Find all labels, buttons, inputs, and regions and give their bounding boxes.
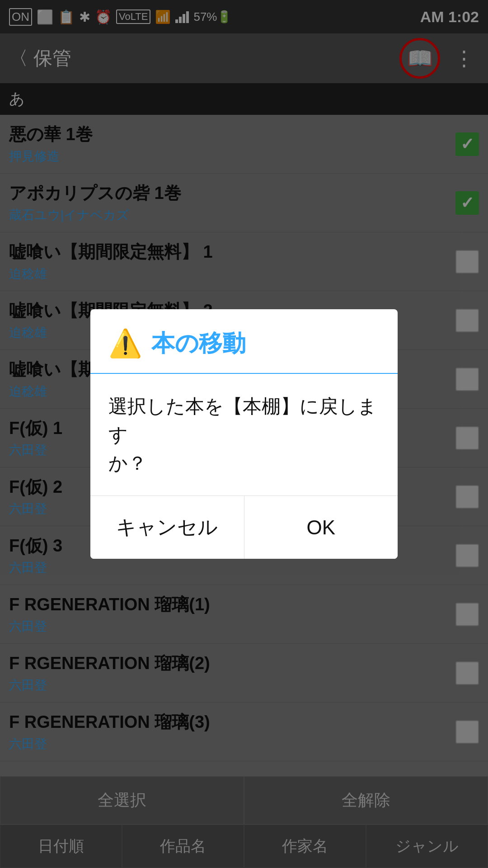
dialog-body: 選択した本を【本棚】に戻します か？: [90, 374, 398, 496]
cancel-button[interactable]: キャンセル: [90, 496, 244, 559]
move-book-dialog: ⚠️ 本の移動 選択した本を【本棚】に戻します か？ キャンセル OK: [90, 309, 398, 559]
dialog-message: 選択した本を【本棚】に戻します か？: [108, 396, 377, 474]
dialog-actions: キャンセル OK: [90, 496, 398, 559]
warning-icon: ⚠️: [108, 327, 142, 359]
ok-button[interactable]: OK: [244, 496, 398, 559]
dialog-title: 本の移動: [151, 328, 246, 359]
dialog-header: ⚠️ 本の移動: [90, 309, 398, 374]
